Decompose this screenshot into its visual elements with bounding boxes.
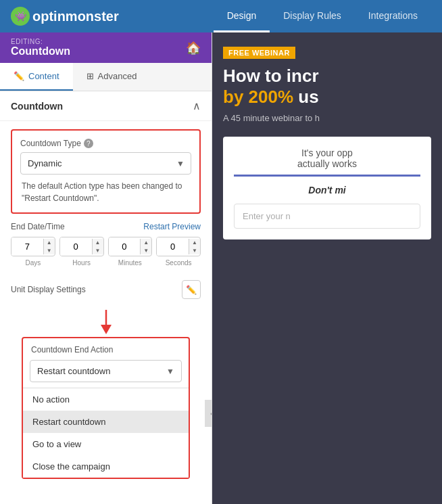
days-spinners: ▲ ▼ — [43, 239, 55, 254]
hours-up-btn[interactable]: ▲ — [93, 239, 103, 247]
hours-input-wrap: ▲ ▼ — [59, 237, 104, 256]
hours-input[interactable] — [60, 237, 92, 256]
days-down-btn[interactable]: ▼ — [44, 247, 55, 255]
editing-label: EDITING: — [11, 38, 70, 45]
restart-preview-link[interactable]: Restart Preview — [143, 222, 201, 231]
tab-display-rules[interactable]: Display Rules — [270, 1, 355, 32]
logo: 👾 optinmonster — [11, 7, 119, 26]
email-input-preview: Enter your n — [234, 204, 420, 229]
home-icon[interactable]: 🏠 — [186, 41, 201, 55]
nav-tabs: Design Display Rules Integrations — [214, 1, 431, 32]
seconds-up-btn[interactable]: ▲ — [189, 239, 200, 247]
seconds-input[interactable] — [157, 237, 189, 256]
days-input[interactable] — [11, 237, 43, 256]
option-no-action[interactable]: No action — [23, 388, 189, 411]
preview-sub: A 45 minute webinar to h — [223, 113, 431, 123]
option-restart-countdown[interactable]: Restart countdown — [23, 411, 189, 433]
preview-body-text: It's your opp actually works — [234, 147, 420, 169]
red-arrow — [0, 307, 212, 337]
minutes-down-btn[interactable]: ▼ — [141, 247, 151, 255]
help-icon[interactable]: ? — [84, 139, 93, 148]
minutes-up-btn[interactable]: ▲ — [141, 239, 151, 247]
countdown-end-action-box: Countdown End Action Restart countdown ▼… — [22, 337, 190, 479]
sub-tabs: ✏️ Content ⊞ Advanced — [0, 63, 212, 91]
webinar-badge: FREE WEBINAR — [223, 47, 295, 59]
dropdown-options: No action Restart countdown Go to a view… — [23, 388, 189, 478]
blue-divider — [234, 175, 420, 177]
option-close-campaign[interactable]: Close the campaign — [23, 455, 189, 478]
end-action-chevron-down-icon: ▼ — [166, 367, 174, 376]
days-input-wrap: ▲ ▼ — [11, 237, 55, 256]
end-action-select-wrapper: Restart countdown ▼ — [23, 360, 189, 388]
tab-design[interactable]: Design — [214, 1, 270, 32]
sub-tab-content[interactable]: ✏️ Content — [0, 63, 73, 91]
main-layout: EDITING: Countdown 🏠 ✏️ Content ⊞ Advanc… — [0, 32, 442, 504]
countdown-type-select-wrapper: Dynamic Static Evergreen ▼ — [20, 152, 191, 175]
end-action-header: Countdown End Action — [23, 338, 189, 360]
countdown-type-box: Countdown Type ? Dynamic Static Evergree… — [11, 129, 201, 214]
info-message: The default Action type has been changed… — [20, 180, 191, 204]
preview-italic-text: Don't mi — [234, 185, 420, 196]
seconds-input-wrap: ▲ ▼ — [156, 237, 201, 256]
datetime-header: End Date/Time Restart Preview — [11, 222, 201, 231]
editing-info: EDITING: Countdown — [11, 38, 70, 58]
minutes-input-wrap: ▲ ▼ — [108, 237, 153, 256]
hours-spinners: ▲ ▼ — [92, 239, 103, 254]
unit-display-row: Unit Display Settings ✏️ — [0, 275, 212, 307]
hours-label: Hours — [72, 259, 91, 267]
hours-field: ▲ ▼ Hours — [59, 237, 104, 267]
preview-headline: How to incr by 200% us — [223, 66, 431, 108]
hours-down-btn[interactable]: ▼ — [93, 247, 103, 255]
sub-tab-advanced[interactable]: ⊞ Advanced — [73, 63, 151, 91]
right-panel: FREE WEBINAR How to incr by 200% us A 45… — [212, 32, 442, 504]
editing-bar: EDITING: Countdown 🏠 — [0, 32, 212, 63]
countdown-type-select[interactable]: Dynamic Static Evergreen — [20, 152, 191, 175]
unit-display-edit-button[interactable]: ✏️ — [182, 280, 201, 299]
svg-marker-1 — [101, 325, 112, 334]
headline-part2: us — [298, 87, 318, 107]
preview-white-box: It's your opp actually works Don't mi En… — [223, 137, 431, 239]
down-arrow-icon — [98, 310, 114, 334]
pencil-icon: ✏️ — [14, 71, 24, 81]
minutes-field: ▲ ▼ Minutes — [108, 237, 153, 267]
end-datetime-label: End Date/Time — [11, 222, 65, 231]
minutes-label: Minutes — [118, 259, 142, 267]
tab-integrations[interactable]: Integrations — [355, 1, 431, 32]
section-title: Countdown — [11, 101, 63, 112]
unit-display-label: Unit Display Settings — [11, 285, 86, 294]
end-action-select-display[interactable]: Restart countdown ▼ — [30, 360, 182, 382]
time-inputs: ▲ ▼ Days ▲ ▼ Hours — [11, 237, 201, 267]
option-go-to-view[interactable]: Go to a view — [23, 433, 189, 455]
app-name: optinmonster — [32, 9, 119, 24]
panel-collapse-toggle[interactable]: ‹ — [205, 400, 212, 427]
days-label: Days — [25, 259, 41, 267]
section-header: Countdown ∧ — [0, 91, 212, 121]
preview-content: FREE WEBINAR How to incr by 200% us A 45… — [212, 32, 442, 253]
editing-name: Countdown — [11, 45, 70, 58]
left-panel: EDITING: Countdown 🏠 ✏️ Content ⊞ Advanc… — [0, 32, 212, 504]
minutes-spinners: ▲ ▼ — [140, 239, 151, 254]
seconds-down-btn[interactable]: ▼ — [189, 247, 200, 255]
seconds-spinners: ▲ ▼ — [189, 239, 200, 254]
seconds-label: Seconds — [166, 259, 192, 267]
top-navigation: 👾 optinmonster Design Display Rules Inte… — [0, 0, 442, 32]
minutes-input[interactable] — [109, 237, 141, 256]
headline-part1: How to incr — [223, 66, 319, 86]
grid-icon: ⊞ — [87, 71, 94, 81]
days-up-btn[interactable]: ▲ — [44, 239, 55, 247]
logo-icon: 👾 — [11, 7, 30, 26]
headline-highlight: by 200% — [223, 87, 293, 107]
seconds-field: ▲ ▼ Seconds — [156, 237, 201, 267]
datetime-section: End Date/Time Restart Preview ▲ ▼ Days — [0, 222, 212, 275]
chevron-up-icon[interactable]: ∧ — [193, 99, 201, 112]
days-field: ▲ ▼ Days — [11, 237, 55, 267]
countdown-type-label: Countdown Type ? — [20, 139, 191, 148]
end-action-selected-value: Restart countdown — [37, 366, 110, 376]
